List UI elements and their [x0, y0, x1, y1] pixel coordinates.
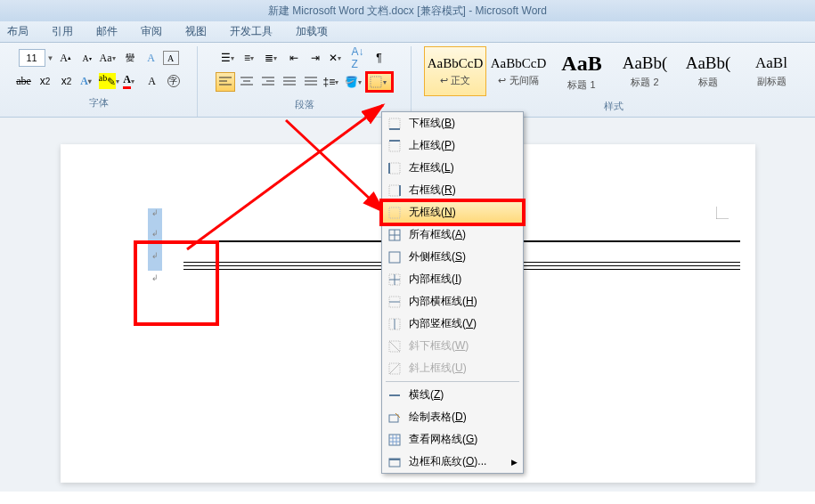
border-diag-down-icon: [387, 339, 402, 354]
svg-rect-22: [389, 163, 400, 174]
para-mark-icon: ↲: [151, 229, 159, 238]
style-heading2[interactable]: AaBb( 标题 2: [614, 46, 676, 96]
font-size-input[interactable]: 11: [19, 49, 45, 67]
tab-review[interactable]: 审阅: [137, 22, 166, 41]
sort-icon[interactable]: A↓Z: [348, 48, 368, 68]
menu-item-none[interactable]: 无框线(N): [381, 200, 524, 224]
styles-section-label: 样式: [604, 96, 623, 115]
chevron-down-icon[interactable]: ▼: [47, 54, 54, 62]
tab-addins[interactable]: 加载项: [292, 22, 331, 41]
shading-icon[interactable]: 🪣▾: [344, 72, 363, 92]
menu-item-label: 边框和底纹(O)...: [409, 454, 486, 469]
subscript-icon[interactable]: x2: [36, 71, 55, 91]
strike-icon[interactable]: abe: [14, 71, 34, 91]
menu-item-label: 内部框线(I): [409, 272, 461, 287]
align-left-icon[interactable]: [216, 72, 235, 92]
bullets-icon[interactable]: ☰▾: [220, 48, 240, 68]
menu-item-label: 无框线(N): [409, 205, 456, 220]
menu-item-label: 右框线(R): [409, 183, 456, 198]
clear-format-icon[interactable]: A: [142, 48, 161, 68]
style-title[interactable]: AaBb( 标题: [677, 46, 739, 96]
tab-developer[interactable]: 开发工具: [226, 22, 276, 41]
svg-rect-43: [389, 415, 398, 422]
font-color-icon[interactable]: A▾: [121, 71, 141, 91]
border-none-icon: [387, 206, 402, 220]
border-right-icon: [387, 183, 402, 198]
menu-item-inside-h[interactable]: 内部横框线(H): [382, 290, 523, 313]
menu-item-diag-down[interactable]: 斜下框线(W): [382, 335, 523, 357]
distribute-icon[interactable]: [301, 72, 321, 92]
menu-item-draw[interactable]: 绘制表格(D): [382, 406, 523, 428]
style-normal[interactable]: AaBbCcD ↩ 正文: [424, 46, 486, 96]
phonetic-icon[interactable]: 變: [120, 48, 140, 68]
line-spacing-icon[interactable]: ‡≡▾: [322, 72, 342, 92]
decrease-indent-icon[interactable]: ⇤: [284, 48, 304, 68]
tab-layout[interactable]: 布局: [4, 22, 32, 41]
text-effects-icon[interactable]: A▾: [78, 71, 98, 91]
tab-mailings[interactable]: 邮件: [93, 22, 121, 41]
style-heading1[interactable]: AaB 标题 1: [550, 46, 613, 96]
menu-item-label: 斜上框线(U): [409, 361, 467, 376]
ribbon-tabs: 布局 引用 邮件 审阅 视图 开发工具 加载项: [0, 21, 815, 43]
ribbon-section-styles: AaBbCcD ↩ 正文 AaBbCcD ↩ 无间隔 AaB 标题 1 AaBb…: [412, 46, 815, 117]
styles-gallery[interactable]: AaBbCcD ↩ 正文 AaBbCcD ↩ 无间隔 AaB 标题 1 AaBb…: [424, 46, 803, 96]
menu-item-label: 所有框线(A): [409, 227, 466, 242]
annotation-selection-box: [134, 240, 219, 326]
menu-item-right[interactable]: 右框线(R): [382, 179, 523, 201]
menu-item-label: 横线(Z): [409, 387, 444, 402]
menu-item-inside[interactable]: 内部框线(I): [382, 268, 523, 290]
svg-rect-30: [389, 252, 400, 263]
title-bar: 新建 Microsoft Word 文档.docx [兼容模式] - Micro…: [0, 0, 815, 21]
menu-item-diag-up[interactable]: 斜上框线(U): [382, 357, 523, 379]
style-no-spacing[interactable]: AaBbCcD ↩ 无间隔: [487, 46, 550, 96]
menu-item-all[interactable]: 所有框线(A): [382, 224, 523, 246]
menu-item-bottom[interactable]: 下框线(B): [382, 112, 523, 134]
change-case-icon[interactable]: Aa▾: [99, 48, 118, 68]
shrink-font-icon[interactable]: A▾: [77, 48, 97, 68]
menu-item-label: 下框线(B): [409, 116, 455, 131]
menu-item-inside-v[interactable]: 内部竖框线(V): [382, 313, 523, 335]
char-border-icon[interactable]: A: [163, 51, 179, 65]
menu-item-outside[interactable]: 外侧框线(S): [382, 246, 523, 268]
numbering-icon[interactable]: ≡▾: [241, 48, 261, 68]
asian-layout-icon[interactable]: ✕▾: [327, 48, 346, 68]
highlight-icon[interactable]: ab✎▾: [100, 71, 119, 91]
borders-button[interactable]: ▾: [365, 71, 394, 93]
menu-item-dialog[interactable]: 边框和底纹(O)...▶: [382, 451, 523, 473]
style-subtitle[interactable]: AaBl 副标题: [740, 46, 803, 96]
grid-icon: [387, 433, 402, 447]
menu-item-left[interactable]: 左框线(L): [382, 157, 523, 179]
svg-rect-18: [389, 118, 400, 129]
superscript-icon[interactable]: x2: [57, 71, 77, 91]
enclose-icon[interactable]: 字: [164, 71, 183, 91]
align-justify-icon[interactable]: [280, 72, 299, 92]
window-title: 新建 Microsoft Word 文档.docx [兼容模式] - Micro…: [268, 4, 547, 19]
grow-font-icon[interactable]: A▴: [56, 48, 76, 68]
menu-item-top[interactable]: 上框线(P): [382, 134, 523, 157]
border-diag-up-icon: [387, 362, 402, 376]
border-inside-h-icon: [387, 295, 402, 309]
tab-references[interactable]: 引用: [48, 22, 77, 41]
border-top-icon: [387, 139, 402, 153]
draw-icon: [387, 411, 402, 425]
svg-rect-45: [389, 435, 400, 445]
border-all-icon: [387, 228, 402, 242]
border-left-icon: [387, 161, 402, 175]
multilevel-icon[interactable]: ≣▾: [263, 48, 282, 68]
borders-dropdown-menu: 下框线(B) 上框线(P) 左框线(L) 右框线(R) 无框线(N) 所有框线(…: [381, 111, 524, 474]
menu-item-grid[interactable]: 查看网格线(G): [382, 428, 523, 451]
menu-item-hr[interactable]: 横线(Z): [382, 384, 523, 406]
svg-rect-51: [389, 459, 400, 460]
border-outside-icon: [387, 250, 402, 264]
svg-line-41: [389, 363, 400, 374]
align-center-icon[interactable]: [237, 72, 257, 92]
char-shading-icon[interactable]: A: [143, 71, 162, 91]
tab-view[interactable]: 视图: [182, 22, 210, 41]
show-marks-icon[interactable]: ¶: [370, 48, 389, 68]
menu-separator: [386, 381, 519, 382]
margin-corner-icon: [716, 207, 729, 219]
increase-indent-icon[interactable]: ⇥: [306, 48, 325, 68]
paragraph-section-label: 段落: [295, 94, 314, 113]
font-section-label: 字体: [89, 93, 109, 111]
align-right-icon[interactable]: [258, 72, 278, 92]
